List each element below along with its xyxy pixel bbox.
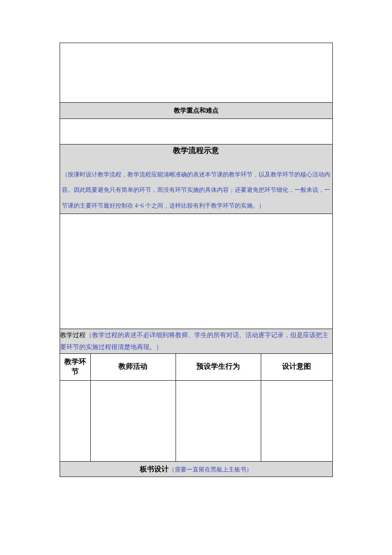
blank-top-cell bbox=[60, 43, 332, 103]
flow-body bbox=[60, 214, 332, 329]
board-header: 板书设计（需要一直留在黑板上主板书） bbox=[60, 461, 332, 477]
process-label: 教学过程 bbox=[60, 332, 86, 338]
keypoints-body bbox=[60, 119, 332, 145]
flow-note: （按课时设计教学流程，教学流程应能清晰准确的表述本节课的教学环节，以及教学环节的… bbox=[60, 167, 332, 214]
process-header: 教学过程（教学过程的表述不必详细到将教师、学生的所有对话、活动逐字记录，但是应该… bbox=[60, 329, 332, 353]
activity-intent-cell bbox=[261, 380, 332, 461]
activity-stage-cell bbox=[60, 380, 90, 461]
col-header-student: 预设学生行为 bbox=[176, 353, 261, 380]
activity-student-cell bbox=[176, 380, 261, 461]
flow-header-row: 教学流程示意 （按课时设计教学流程，教学流程应能清晰准确的表述本节课的教学环节，… bbox=[60, 145, 332, 214]
board-title: 板书设计 bbox=[140, 465, 169, 473]
keypoints-body-row bbox=[60, 119, 332, 145]
col-header-stage: 教学环节 bbox=[60, 353, 90, 380]
col-header-intent: 设计意图 bbox=[261, 353, 332, 380]
process-header-row: 教学过程（教学过程的表述不必详细到将教师、学生的所有对话、活动逐字记录，但是应该… bbox=[60, 329, 332, 353]
activity-column-header-row: 教学环节 教师活动 预设学生行为 设计意图 bbox=[60, 353, 332, 380]
board-header-row: 板书设计（需要一直留在黑板上主板书） bbox=[60, 461, 332, 477]
process-note: （教学过程的表述不必详细到将教师、学生的所有对话、活动逐字记录，但是应该把主要环… bbox=[60, 332, 329, 351]
flow-header-cell: 教学流程示意 （按课时设计教学流程，教学流程应能清晰准确的表述本节课的教学环节，… bbox=[60, 145, 332, 214]
board-note: （需要一直留在黑板上主板书） bbox=[169, 466, 252, 473]
flow-body-row bbox=[60, 214, 332, 329]
lesson-plan-table: 教学重点和难点 教学流程示意 （按课时设计教学流程，教学流程应能清晰准确的表述本… bbox=[60, 43, 333, 477]
activity-body-row bbox=[60, 380, 332, 461]
blank-top-row bbox=[60, 43, 332, 103]
keypoints-header-row: 教学重点和难点 bbox=[60, 103, 332, 119]
activity-teacher-cell bbox=[90, 380, 176, 461]
col-header-teacher: 教师活动 bbox=[90, 353, 176, 380]
flow-title: 教学流程示意 bbox=[60, 145, 332, 157]
keypoints-header: 教学重点和难点 bbox=[60, 103, 332, 119]
